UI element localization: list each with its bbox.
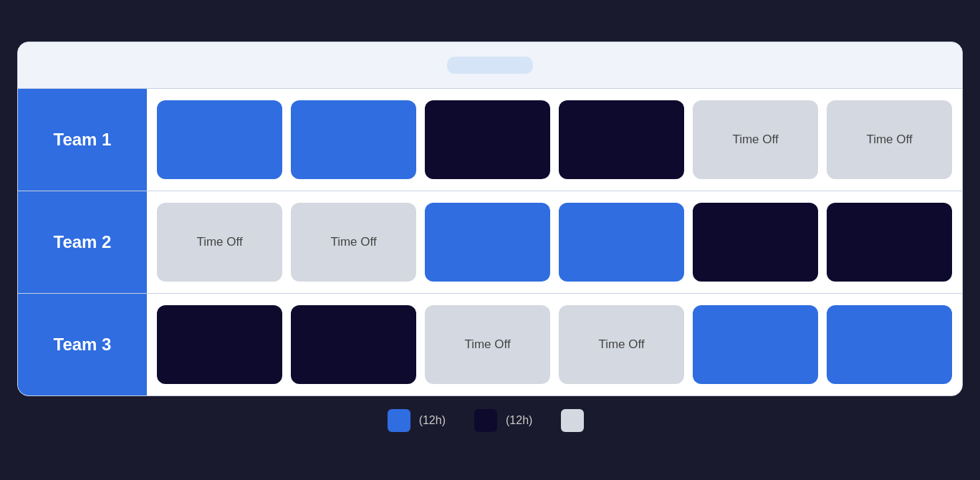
cell-team1-3[interactable] bbox=[559, 100, 684, 179]
team-row-team2: Team 2Time OffTime Off bbox=[18, 191, 962, 294]
legend-item-1: (12h) bbox=[474, 409, 532, 432]
cell-team1-4[interactable]: Time Off bbox=[693, 100, 818, 179]
cell-team3-0[interactable] bbox=[157, 305, 282, 384]
cell-team2-0[interactable]: Time Off bbox=[157, 203, 282, 282]
cell-team3-2[interactable]: Time Off bbox=[425, 305, 550, 384]
legend-section: (12h)(12h) bbox=[388, 396, 593, 439]
team-label-team1: Team 1 bbox=[54, 130, 112, 150]
legend-color-0 bbox=[388, 409, 410, 432]
cell-team3-3[interactable]: Time Off bbox=[559, 305, 684, 384]
legend-text-0: (12h) bbox=[419, 414, 446, 427]
cell-team3-4[interactable] bbox=[693, 305, 818, 384]
team-label-cell-team1: Team 1 bbox=[18, 89, 147, 191]
cell-team2-2[interactable] bbox=[425, 203, 550, 282]
cell-team2-4[interactable] bbox=[693, 203, 818, 282]
cell-team2-3[interactable] bbox=[559, 203, 684, 282]
team-label-team3: Team 3 bbox=[54, 335, 112, 355]
cell-team1-0[interactable] bbox=[157, 100, 282, 179]
cell-team2-1[interactable]: Time Off bbox=[291, 203, 416, 282]
schedule-container: Team 1Time OffTime OffTeam 2Time OffTime… bbox=[17, 42, 963, 396]
cell-team3-5[interactable] bbox=[827, 305, 952, 384]
team-label-cell-team3: Team 3 bbox=[18, 294, 147, 395]
day-range-badge bbox=[447, 57, 533, 74]
legend-color-1 bbox=[474, 409, 497, 432]
legend-item-2 bbox=[561, 409, 592, 432]
team-label-team2: Team 2 bbox=[54, 232, 112, 252]
team-label-cell-team2: Team 2 bbox=[18, 191, 147, 293]
cell-team1-1[interactable] bbox=[291, 100, 416, 179]
cell-team3-1[interactable] bbox=[291, 305, 416, 384]
legend-color-2 bbox=[561, 409, 584, 432]
legend-text-1: (12h) bbox=[506, 414, 532, 427]
cell-team1-5[interactable]: Time Off bbox=[827, 100, 952, 179]
header-section bbox=[18, 42, 962, 89]
cell-team1-2[interactable] bbox=[425, 100, 550, 179]
team-row-team3: Team 3Time OffTime Off bbox=[18, 294, 962, 395]
team-cells-team3: Time OffTime Off bbox=[147, 294, 962, 395]
team-cells-team1: Time OffTime Off bbox=[147, 89, 962, 191]
team-cells-team2: Time OffTime Off bbox=[147, 191, 962, 293]
team-row-team1: Team 1Time OffTime Off bbox=[18, 89, 962, 191]
schedule-grid: Team 1Time OffTime OffTeam 2Time OffTime… bbox=[18, 89, 962, 395]
legend-item-0: (12h) bbox=[388, 409, 446, 432]
cell-team2-5[interactable] bbox=[827, 203, 952, 282]
